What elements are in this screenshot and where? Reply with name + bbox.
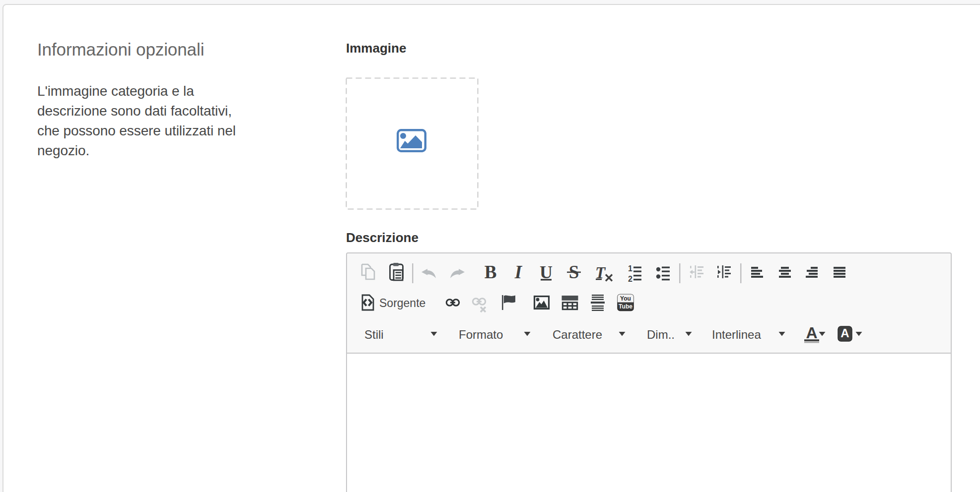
svg-text:1: 1 — [628, 264, 632, 273]
svg-text:I: I — [514, 262, 523, 282]
svg-text:2: 2 — [628, 275, 632, 283]
svg-text:You: You — [620, 295, 631, 302]
svg-text:A: A — [840, 326, 849, 340]
svg-text:Tube: Tube — [619, 303, 632, 310]
svg-text:B: B — [485, 262, 497, 282]
svg-text:A: A — [806, 324, 817, 342]
